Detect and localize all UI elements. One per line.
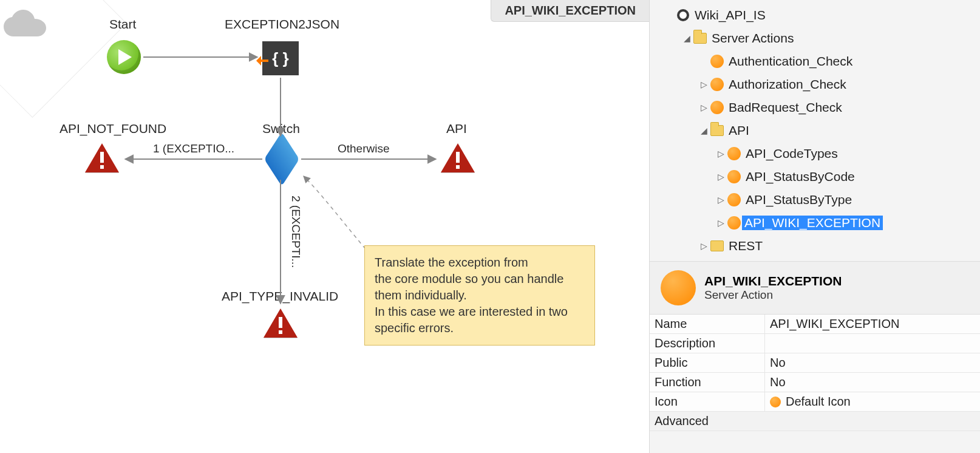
- warning-icon: [85, 143, 119, 172]
- property-key: Icon: [650, 392, 765, 411]
- action-icon: [770, 397, 781, 407]
- property-value[interactable]: No: [765, 353, 980, 372]
- flow-edges: [0, 0, 649, 453]
- properties-title: API_WIKI_EXCEPTION: [704, 274, 842, 288]
- warning-icon: [264, 308, 298, 338]
- not-found-label: API_NOT_FOUND: [60, 121, 166, 136]
- type-invalid-label: API_TYPE_INVALID: [222, 289, 338, 304]
- flow-title: API_WIKI_EXCEPTION: [505, 4, 636, 17]
- tree-label: BadRequest_Check: [725, 100, 842, 115]
- module-tree[interactable]: Wiki_API_IS ◢ Server Actions Authenticat…: [650, 0, 980, 261]
- properties-subtitle: Server Action: [704, 288, 842, 302]
- exception2json-node[interactable]: { }: [262, 41, 299, 75]
- cloud-corner: [0, 0, 81, 57]
- edge-label-otherwise: Otherwise: [338, 142, 390, 155]
- switch-node[interactable]: [266, 143, 298, 175]
- twisty-right-icon[interactable]: ▷: [715, 149, 726, 158]
- tree-server-actions[interactable]: ◢ Server Actions: [652, 27, 978, 50]
- api-exception-label: API: [446, 121, 467, 136]
- property-key: Function: [650, 373, 765, 392]
- right-panel: Wiki_API_IS ◢ Server Actions Authenticat…: [649, 0, 980, 453]
- play-icon: [107, 40, 141, 74]
- properties-grid: Name API_WIKI_EXCEPTION Description Publ…: [650, 315, 980, 431]
- edge-label-2: 2 (EXCEPTI...: [289, 196, 302, 268]
- api-not-found-node[interactable]: [85, 143, 119, 172]
- start-label: Start: [109, 17, 136, 32]
- tree-item-authentication-check[interactable]: Authentication_Check: [652, 50, 978, 73]
- action-icon: [710, 55, 724, 68]
- twisty-right-icon[interactable]: ▷: [698, 103, 709, 112]
- note-line: Translate the exception from: [375, 254, 585, 271]
- property-row-description[interactable]: Description: [650, 334, 980, 353]
- properties-header: API_WIKI_EXCEPTION Server Action: [650, 261, 980, 315]
- twisty-down-icon[interactable]: ◢: [698, 126, 709, 135]
- tree-item-api-codetypes[interactable]: ▷ API_CodeTypes: [652, 142, 978, 165]
- property-row-public[interactable]: Public No: [650, 353, 980, 373]
- tree-item-authorization-check[interactable]: ▷ Authorization_Check: [652, 73, 978, 96]
- property-row-icon[interactable]: Icon Default Icon: [650, 392, 980, 412]
- tree-label: API_WIKI_EXCEPTION: [742, 216, 883, 230]
- tree-item-api-statusbytype[interactable]: ▷ API_StatusByType: [652, 188, 978, 211]
- tree-label: API_StatusByType: [742, 192, 852, 207]
- comment-note[interactable]: Translate the exception from the core mo…: [364, 245, 595, 346]
- tree-folder-api[interactable]: ◢ API: [652, 119, 978, 142]
- action-icon: [727, 170, 741, 183]
- svg-rect-1: [100, 165, 104, 169]
- property-row-name[interactable]: Name API_WIKI_EXCEPTION: [650, 315, 980, 334]
- property-section-advanced[interactable]: Advanced: [650, 412, 980, 431]
- tree-label: REST: [725, 239, 763, 253]
- json-action-label: EXCEPTION2JSON: [225, 17, 339, 32]
- action-icon: [727, 216, 741, 230]
- svg-rect-2: [456, 152, 460, 163]
- svg-rect-4: [279, 317, 282, 328]
- property-value-text: Default Icon: [786, 395, 851, 409]
- api-exception-node[interactable]: [441, 143, 475, 172]
- action-icon: [661, 270, 696, 305]
- flow-canvas[interactable]: API_WIKI_EXCEPTION Start EXCEPTION2JSON …: [0, 0, 649, 453]
- flow-title-tab: API_WIKI_EXCEPTION: [491, 0, 649, 22]
- tree-module[interactable]: Wiki_API_IS: [652, 4, 978, 27]
- tree-item-badrequest-check[interactable]: ▷ BadRequest_Check: [652, 96, 978, 119]
- property-value[interactable]: Default Icon: [765, 392, 980, 411]
- tree-label: Authorization_Check: [725, 77, 846, 92]
- twisty-right-icon[interactable]: ▷: [715, 195, 726, 205]
- property-key: Description: [650, 334, 765, 353]
- note-line: the core module so you can handle: [375, 271, 585, 287]
- property-row-function[interactable]: Function No: [650, 373, 980, 392]
- tree-label: Server Actions: [708, 31, 794, 46]
- twisty-right-icon[interactable]: ▷: [715, 218, 726, 228]
- svg-rect-0: [100, 152, 104, 163]
- twisty-right-icon[interactable]: ▷: [715, 172, 726, 182]
- tree-label: API_StatusByCode: [742, 169, 855, 184]
- edge-label-1: 1 (EXCEPTIO...: [153, 142, 234, 155]
- folder-open-icon: [710, 125, 724, 136]
- warning-icon: [441, 143, 475, 172]
- twisty-right-icon[interactable]: ▷: [698, 241, 709, 251]
- note-line: In this case we are interested in two: [375, 304, 585, 320]
- json-icon: { }: [262, 41, 299, 75]
- tree-label: Wiki_API_IS: [691, 8, 766, 22]
- twisty-down-icon[interactable]: ◢: [681, 33, 692, 43]
- api-type-invalid-node[interactable]: [264, 308, 298, 338]
- tree-folder-rest[interactable]: ▷ REST: [652, 234, 978, 257]
- property-value[interactable]: API_WIKI_EXCEPTION: [765, 315, 980, 333]
- arrow-left-icon: [256, 52, 268, 71]
- property-key: Name: [650, 315, 765, 333]
- property-section-label: Advanced: [650, 412, 980, 431]
- tree-item-api-wiki-exception[interactable]: ▷ API_WIKI_EXCEPTION: [652, 211, 978, 234]
- folder-icon: [710, 240, 724, 251]
- property-key: Public: [650, 353, 765, 372]
- tree-label: API: [725, 123, 749, 138]
- property-value[interactable]: [765, 334, 980, 353]
- tree-item-api-statusbycode[interactable]: ▷ API_StatusByCode: [652, 165, 978, 188]
- property-value[interactable]: No: [765, 373, 980, 392]
- svg-rect-3: [456, 165, 460, 169]
- folder-open-icon: [693, 33, 707, 44]
- twisty-right-icon[interactable]: ▷: [698, 80, 709, 89]
- action-icon: [727, 193, 741, 206]
- start-node[interactable]: [107, 40, 141, 74]
- module-icon: [677, 9, 689, 21]
- tree-label: Authentication_Check: [725, 54, 852, 69]
- note-line: specific errors.: [375, 320, 585, 336]
- action-icon: [727, 147, 741, 160]
